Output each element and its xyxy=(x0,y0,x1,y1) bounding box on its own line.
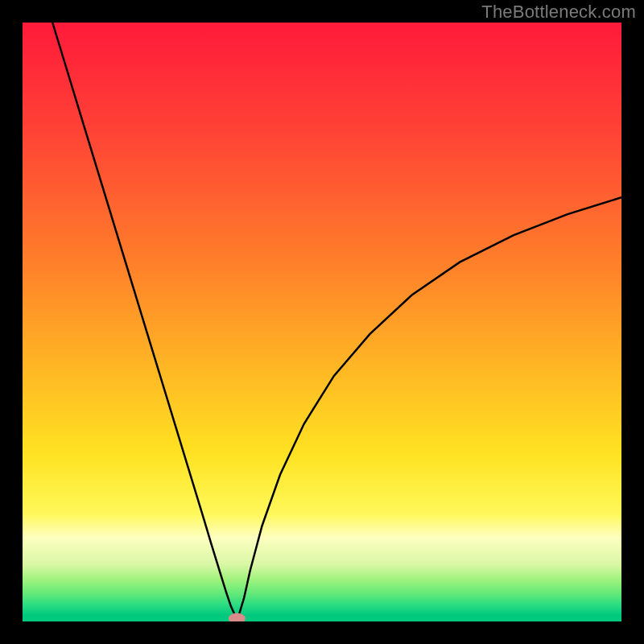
chart-frame: TheBottleneck.com xyxy=(0,0,644,644)
watermark-text: TheBottleneck.com xyxy=(481,2,636,23)
bottleneck-chart xyxy=(23,23,621,621)
heat-background xyxy=(23,23,621,621)
